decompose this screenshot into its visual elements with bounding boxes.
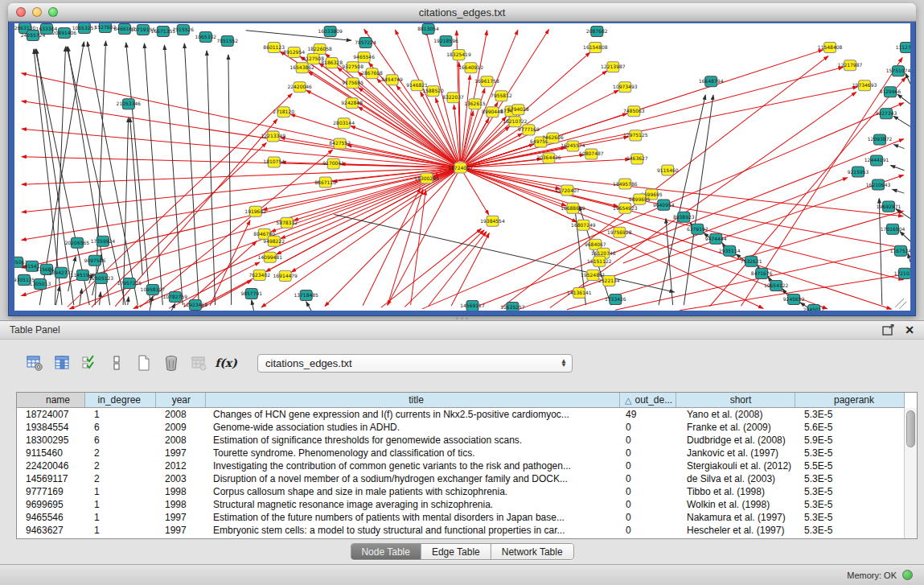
graph-node[interactable]: 1527602 bbox=[95, 23, 117, 33]
graph-node[interactable]: 16210643 bbox=[866, 179, 891, 190]
graph-node[interactable]: 9227343 bbox=[876, 109, 897, 119]
graph-node[interactable]: 5878332 bbox=[276, 217, 298, 228]
graph-node[interactable]: 12505123 bbox=[89, 273, 114, 283]
close-panel-icon[interactable]: ✕ bbox=[905, 324, 914, 336]
graph-node[interactable]: 10688609 bbox=[561, 203, 585, 213]
table-row[interactable]: 977716911998Corpus callosum shape and si… bbox=[17, 485, 905, 498]
graph-node[interactable]: 7955812 bbox=[491, 91, 512, 101]
graph-node[interactable]: 14099481 bbox=[257, 252, 282, 262]
graph-node[interactable]: 7851552 bbox=[216, 36, 238, 47]
graph-node[interactable]: 16151122 bbox=[587, 256, 612, 266]
graph-node[interactable]: 1362615 bbox=[464, 99, 486, 109]
graph-node[interactable]: 10973493 bbox=[613, 82, 638, 93]
graph-node[interactable]: 8322037 bbox=[442, 93, 464, 103]
graph-node[interactable]: 8427552 bbox=[329, 138, 351, 149]
graph-node[interactable]: 8601123 bbox=[263, 43, 285, 53]
graph-node[interactable]: 8813054 bbox=[417, 24, 439, 35]
graph-node[interactable]: 1919682 bbox=[244, 206, 266, 216]
graph-node[interactable]: 12093872 bbox=[868, 134, 893, 145]
graph-node[interactable]: 20206565 bbox=[65, 237, 90, 248]
table-row[interactable]: 946362711997Embryonic stem cells: a mode… bbox=[17, 524, 905, 537]
graph-node[interactable]: 16033809 bbox=[318, 27, 343, 37]
table-row[interactable]: 911546021997Tourette syndrome. Phenomeno… bbox=[17, 447, 905, 459]
graph-node[interactable]: 10654122 bbox=[764, 280, 789, 290]
trash-icon[interactable] bbox=[161, 352, 182, 373]
graph-node[interactable]: 7485063 bbox=[623, 106, 645, 117]
graph-node[interactable]: 20364436 bbox=[536, 153, 561, 163]
graph-node[interactable]: 18495786 bbox=[613, 179, 638, 189]
graph-node[interactable]: 15720407 bbox=[555, 185, 580, 196]
graph-node[interactable]: 12923468 bbox=[183, 299, 208, 310]
window-titlebar[interactable]: citations_edges.txt bbox=[8, 3, 916, 22]
column-header-title[interactable]: title bbox=[206, 393, 620, 407]
graph-node[interactable]: 18226058 bbox=[307, 44, 332, 55]
graph-node[interactable]: 1721035 bbox=[894, 268, 910, 278]
graph-node[interactable]: 19384554 bbox=[480, 216, 505, 226]
float-panel-icon[interactable] bbox=[882, 324, 895, 336]
graph-node[interactable]: 8471676 bbox=[751, 268, 773, 278]
graph-node[interactable]: 9777169 bbox=[518, 125, 540, 135]
row-height-icon[interactable] bbox=[106, 352, 127, 373]
graph-node[interactable]: 7515526 bbox=[172, 25, 194, 35]
graph-node[interactable]: 19756928 bbox=[607, 227, 632, 237]
column-header-year[interactable]: year bbox=[156, 393, 206, 407]
function-builder-icon[interactable]: f(x) bbox=[216, 352, 236, 373]
graph-node[interactable]: 9463627 bbox=[626, 154, 648, 164]
table-vertical-scrollbar[interactable] bbox=[904, 408, 917, 538]
graph-node[interactable]: 10635257 bbox=[500, 302, 525, 311]
graph-node[interactable]: 24055724 bbox=[21, 31, 46, 41]
table-row[interactable]: 1872400712008Changes of HCN gene express… bbox=[17, 408, 905, 421]
graph-node[interactable]: 13718485 bbox=[294, 290, 318, 300]
table-selector-dropdown[interactable]: citations_edges.txt ▲▼ bbox=[257, 354, 573, 373]
graph-node[interactable]: 9474444 bbox=[705, 233, 727, 244]
graph-node[interactable]: 2867608 bbox=[361, 68, 383, 79]
graph-node[interactable]: 9242848 bbox=[341, 98, 363, 109]
tab-node-table[interactable]: Node Table bbox=[351, 544, 421, 559]
graph-node[interactable]: 9129966 bbox=[880, 87, 901, 97]
memory-ok-indicator[interactable] bbox=[902, 570, 913, 580]
column-header-name[interactable]: name bbox=[17, 393, 85, 407]
graph-node[interactable]: 8454749 bbox=[381, 75, 403, 85]
graph-node[interactable]: 9857791 bbox=[240, 288, 262, 299]
graph-node[interactable]: 9175685 bbox=[342, 78, 363, 89]
graph-node[interactable]: 2087682 bbox=[586, 27, 608, 37]
graph-node[interactable]: 9097586 bbox=[84, 255, 106, 266]
graph-node[interactable]: 21053346 bbox=[117, 99, 142, 109]
graph-node[interactable]: 16961758 bbox=[474, 76, 499, 87]
table-row[interactable]: 1830029562008Estimation of significance … bbox=[17, 434, 905, 447]
table-row[interactable]: 1938455462009Genome-wide association stu… bbox=[17, 421, 905, 434]
graph-node[interactable]: 16245574 bbox=[561, 141, 585, 151]
graph-node[interactable]: 22420046 bbox=[287, 82, 312, 93]
graph-node[interactable]: 12444191 bbox=[864, 155, 889, 166]
graph-node[interactable]: 17957225 bbox=[117, 278, 142, 288]
table-row[interactable]: 969969511998Structural magnetic resonanc… bbox=[17, 498, 905, 511]
graph-node[interactable]: 7532621 bbox=[741, 256, 762, 266]
graph-node[interactable]: 12217987 bbox=[838, 60, 863, 71]
graph-node[interactable]: 9465546 bbox=[353, 52, 375, 63]
graph-node[interactable]: 19218596 bbox=[433, 36, 458, 47]
graph-node[interactable]: 8938923 bbox=[673, 212, 695, 222]
graph-node[interactable]: 9170041 bbox=[322, 159, 344, 169]
graph-node[interactable]: 11548408 bbox=[818, 43, 843, 53]
graph-node[interactable]: 14569117 bbox=[460, 300, 485, 311]
graph-node[interactable]: 2522134 bbox=[598, 275, 620, 286]
table-row[interactable]: 946554611997Estimation of the future num… bbox=[17, 511, 905, 524]
select-all-icon[interactable] bbox=[79, 352, 100, 373]
graph-node[interactable]: 6899695 bbox=[629, 194, 651, 204]
graph-node[interactable]: 12213349 bbox=[261, 131, 285, 142]
table-row[interactable]: 2242004622012Investigating the contribut… bbox=[17, 459, 905, 472]
graph-node[interactable]: 1733426 bbox=[605, 294, 626, 304]
graph-node[interactable]: 9215953 bbox=[848, 167, 869, 177]
table-settings-icon[interactable] bbox=[24, 352, 45, 373]
graph-node[interactable]: 12975125 bbox=[623, 130, 648, 141]
graph-node[interactable]: 16914479 bbox=[273, 270, 298, 281]
graph-node[interactable]: 1167534 bbox=[890, 245, 910, 256]
graph-node[interactable]: 10958107 bbox=[141, 284, 166, 295]
graph-node[interactable]: 19734693 bbox=[852, 80, 877, 91]
column-header-pagerank[interactable]: pagerank bbox=[795, 393, 905, 407]
graph-node[interactable]: 2803144 bbox=[333, 118, 355, 129]
column-header-out-degree[interactable]: △out_de... bbox=[620, 393, 676, 407]
new-document-icon[interactable] bbox=[133, 352, 154, 373]
show-columns-icon[interactable] bbox=[51, 352, 72, 373]
graph-node[interactable]: 2945012 bbox=[803, 304, 825, 311]
